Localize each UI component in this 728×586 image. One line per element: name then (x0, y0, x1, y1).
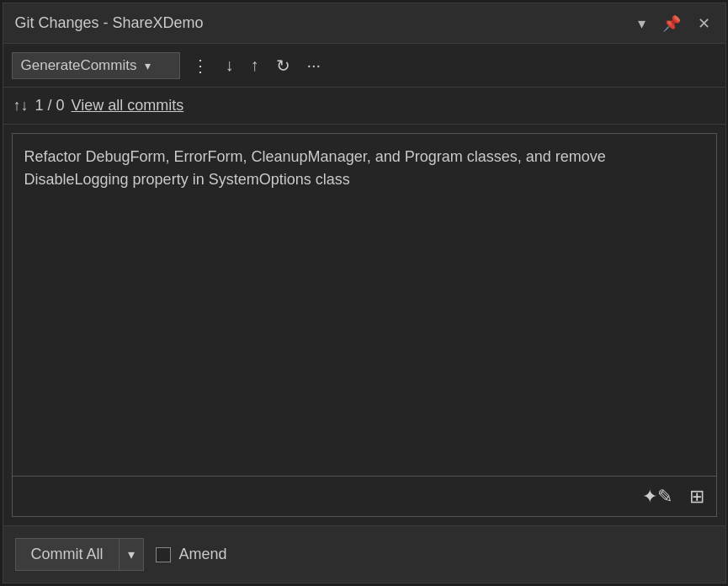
commit-all-dropdown-button[interactable]: ▾ (119, 538, 144, 571)
title-bar: Git Changes - ShareXDemo ▾ 📌 ✕ (3, 3, 725, 44)
commit-all-button-group: Commit All ▾ (15, 538, 144, 571)
branch-chevron-icon: ▾ (145, 59, 170, 72)
stash-button[interactable]: ⋮ (187, 52, 214, 79)
commit-message-input[interactable] (13, 134, 716, 476)
panel-title: Git Changes - ShareXDemo (15, 14, 204, 32)
commits-count: 1 / 0 (35, 97, 65, 115)
view-all-commits-link[interactable]: View all commits (72, 97, 184, 115)
pull-button[interactable]: ↓ (221, 52, 239, 78)
chevron-down-icon[interactable]: ▾ (635, 13, 649, 35)
pin-icon[interactable]: 📌 (659, 13, 684, 35)
push-button[interactable]: ↑ (246, 52, 264, 78)
close-icon[interactable]: ✕ (694, 13, 714, 35)
amend-checkbox[interactable] (156, 547, 171, 562)
commit-all-button[interactable]: Commit All (15, 538, 119, 571)
amend-group: Amend (156, 546, 227, 563)
ai-sparkle-icon[interactable]: ✦✎ (639, 484, 676, 509)
commit-message-area: ✦✎ ⊞ (12, 133, 717, 517)
bottom-bar: Commit All ▾ Amend (3, 525, 725, 583)
message-toolbar: ✦✎ ⊞ (13, 476, 716, 516)
sync-arrows-icon: ↑↓ (13, 97, 29, 115)
git-changes-panel: Git Changes - ShareXDemo ▾ 📌 ✕ GenerateC… (3, 3, 726, 583)
more-options-button[interactable]: ··· (302, 52, 327, 78)
amend-label: Amend (179, 546, 227, 563)
branch-bar: GenerateCommits ▾ ⋮ ↓ ↑ ↻ ··· (3, 44, 725, 88)
branch-name: GenerateCommits (21, 57, 137, 74)
hash-icon[interactable]: ⊞ (686, 484, 708, 509)
title-actions: ▾ 📌 ✕ (635, 13, 714, 35)
commits-bar: ↑↓ 1 / 0 View all commits (3, 88, 725, 125)
sync-button[interactable]: ↻ (271, 52, 295, 79)
branch-dropdown[interactable]: GenerateCommits ▾ (12, 52, 180, 79)
